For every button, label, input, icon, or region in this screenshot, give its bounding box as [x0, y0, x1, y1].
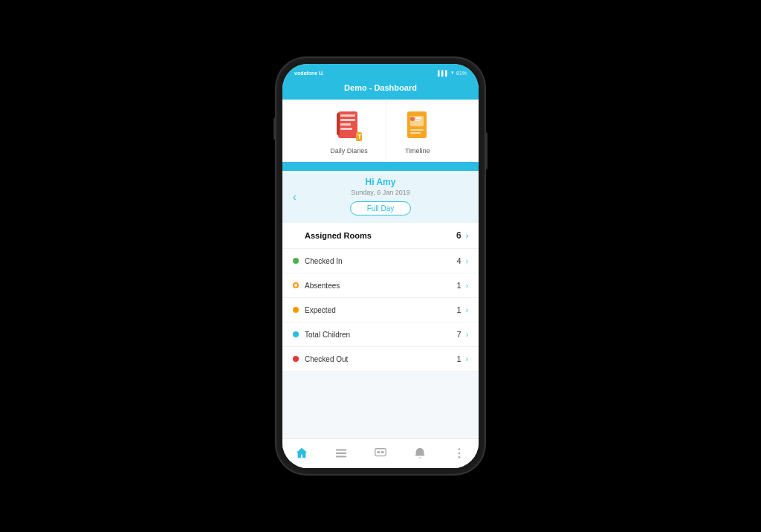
- nav-chat[interactable]: [368, 445, 393, 461]
- timeline-icon: [404, 110, 431, 143]
- cards-row: T Daily Diaries: [282, 100, 479, 162]
- expected-label: Expected: [305, 306, 457, 314]
- total-children-value: 7: [457, 330, 462, 339]
- stat-row-total-children[interactable]: Total Children 7 ›: [282, 322, 479, 347]
- bottom-nav: [282, 438, 479, 468]
- carrier-text: vodafone U.: [294, 71, 324, 76]
- wifi-icon: ▾: [451, 70, 454, 76]
- svg-rect-5: [337, 113, 340, 135]
- chat-icon: [374, 447, 387, 460]
- svg-rect-20: [381, 451, 384, 453]
- bell-icon: [413, 447, 427, 460]
- status-bar: vodafone U. ▌▌▌ ▾ 81%: [282, 64, 479, 80]
- checked-in-label: Checked In: [305, 257, 457, 265]
- checked-in-chevron: ›: [466, 257, 468, 265]
- absentees-value: 1: [457, 281, 462, 290]
- svg-point-23: [458, 456, 460, 458]
- nav-more[interactable]: [447, 445, 472, 461]
- svg-rect-17: [336, 455, 346, 457]
- stat-row-absentees[interactable]: Absentees 1 ›: [282, 273, 479, 298]
- total-children-dot: [293, 331, 299, 337]
- home-icon: [295, 447, 308, 460]
- stat-row-checked-out[interactable]: Checked Out 1 ›: [282, 347, 479, 372]
- battery-text: 81%: [456, 71, 467, 76]
- svg-rect-19: [377, 451, 380, 453]
- assigned-rooms-label: Assigned Rooms: [305, 231, 456, 240]
- nav-home[interactable]: [289, 445, 314, 461]
- svg-rect-3: [340, 123, 351, 126]
- checked-out-value: 1: [457, 354, 462, 363]
- header-title: Demo - Dashboard: [344, 83, 417, 92]
- checked-out-label: Checked Out: [305, 355, 457, 363]
- absentees-dot: [293, 282, 299, 288]
- cards-section: T Daily Diaries: [282, 100, 479, 171]
- app-header: Demo - Dashboard: [282, 80, 479, 100]
- svg-point-21: [458, 448, 460, 450]
- checked-out-dot: [293, 356, 299, 362]
- timeline-label: Timeline: [405, 147, 430, 155]
- signal-icon: ▌▌▌: [438, 71, 449, 76]
- stat-row-expected[interactable]: Expected 1 ›: [282, 298, 479, 322]
- nav-list[interactable]: [328, 445, 354, 461]
- svg-rect-1: [340, 114, 355, 117]
- list-icon: [334, 447, 348, 460]
- svg-rect-4: [340, 128, 352, 130]
- svg-rect-16: [336, 452, 346, 454]
- stat-row-assigned-rooms[interactable]: Assigned Rooms 6 ›: [282, 223, 479, 249]
- phone-frame: vodafone U. ▌▌▌ ▾ 81% Demo - Dashboard: [276, 58, 485, 474]
- stats-list: Assigned Rooms 6 › Checked In 4 › Absent…: [282, 223, 479, 372]
- svg-text:T: T: [357, 133, 362, 140]
- daily-diaries-label: Daily Diaries: [330, 147, 368, 155]
- svg-rect-11: [415, 117, 421, 119]
- expected-value: 1: [457, 305, 462, 314]
- svg-rect-14: [410, 132, 421, 134]
- svg-rect-13: [410, 129, 424, 131]
- checked-in-value: 4: [457, 256, 462, 265]
- status-icons: ▌▌▌ ▾ 81%: [438, 70, 467, 76]
- total-children-chevron: ›: [466, 331, 468, 339]
- absentees-chevron: ›: [466, 282, 468, 290]
- svg-point-10: [410, 117, 415, 121]
- checked-out-chevron: ›: [466, 355, 468, 363]
- prev-day-button[interactable]: ‹: [293, 191, 297, 203]
- more-icon: [453, 447, 466, 460]
- total-children-label: Total Children: [305, 331, 457, 339]
- assigned-rooms-value: 6: [456, 230, 462, 241]
- timeline-card[interactable]: Timeline: [386, 100, 449, 162]
- main-content: ‹ Hi Amy Sunday, 6 Jan 2019 Full Day Ass…: [282, 171, 479, 438]
- daily-diaries-icon: T: [335, 110, 362, 143]
- nav-bell[interactable]: [407, 445, 433, 461]
- svg-point-22: [458, 452, 460, 454]
- svg-rect-15: [336, 449, 346, 450]
- phone-screen: vodafone U. ▌▌▌ ▾ 81% Demo - Dashboard: [282, 64, 479, 468]
- greeting-section: ‹ Hi Amy Sunday, 6 Jan 2019 Full Day: [282, 171, 479, 223]
- stat-row-checked-in[interactable]: Checked In 4 ›: [282, 249, 479, 273]
- assigned-rooms-chevron: ›: [466, 232, 468, 240]
- date-text: Sunday, 6 Jan 2019: [294, 189, 467, 196]
- svg-rect-18: [375, 448, 386, 455]
- expected-dot: [293, 307, 299, 313]
- daily-diaries-card[interactable]: T Daily Diaries: [312, 100, 386, 162]
- expected-chevron: ›: [466, 306, 468, 314]
- svg-rect-2: [340, 119, 355, 121]
- svg-rect-12: [415, 120, 420, 121]
- full-day-button[interactable]: Full Day: [350, 201, 412, 215]
- absentees-label: Absentees: [305, 282, 457, 290]
- greeting-text: Hi Amy: [294, 177, 467, 187]
- checked-in-dot: [293, 258, 299, 264]
